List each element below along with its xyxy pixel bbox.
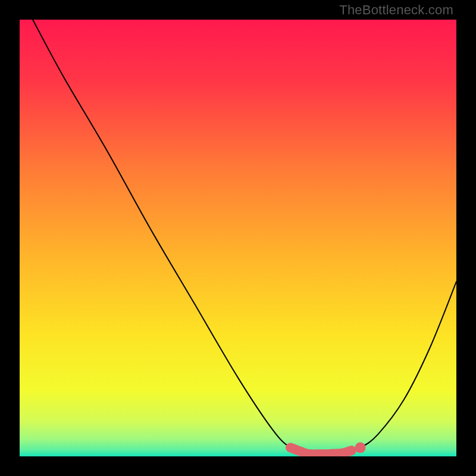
watermark: TheBottleneck.com — [339, 2, 453, 18]
chart-container: TheBottleneck.com — [0, 0, 476, 476]
sweet-spot-segment — [290, 447, 352, 454]
bottleneck-curve — [20, 20, 456, 456]
frame-bottom — [0, 456, 476, 476]
curve-path — [33, 20, 456, 455]
sweet-spot-dot — [355, 442, 366, 453]
plot-area — [20, 20, 456, 456]
frame-left — [0, 0, 20, 476]
frame-right — [456, 0, 476, 476]
